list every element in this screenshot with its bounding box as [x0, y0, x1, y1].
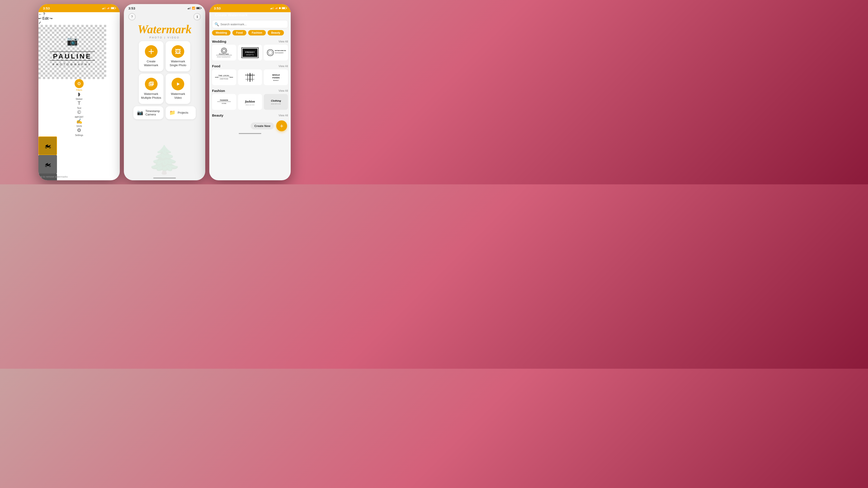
home-indicator-phone2	[124, 176, 205, 180]
status-icons-phone3: 📶	[270, 6, 286, 10]
toolbar-import[interactable]: © IMPORT	[38, 109, 120, 119]
camera-logo-icon: 📷	[48, 36, 97, 46]
beauty-section-header: Beauty View All	[209, 111, 291, 119]
sticker-label: Sticker	[76, 98, 83, 100]
watermark-video-card[interactable]: WatermarkVideo	[166, 74, 190, 104]
toolbar-settings[interactable]: ⚙ Settings	[38, 127, 120, 136]
food-section-header: Food View All	[209, 62, 291, 69]
help-circle-btn[interactable]: ?	[128, 13, 135, 20]
food-logo-grid: THE LOCAL CRAFTFOOD FOOD BLOG PHOTOGRAPH…	[209, 69, 291, 87]
clothing-logo: Clothing MADE WITH LOVE	[266, 96, 286, 108]
create-watermark-label: CreateWatermark	[144, 60, 158, 67]
watermark-multiple-label: WatermarkMultiple Photos	[141, 92, 161, 100]
editor-header-center: ↩ Edit ↪	[38, 16, 120, 21]
checkmark-icon[interactable]: ✓	[38, 21, 41, 25]
filter-food[interactable]: Food	[232, 30, 246, 35]
wifi-icon-3: 📶	[275, 6, 278, 10]
filter-fashion[interactable]: Fashion	[248, 30, 266, 35]
editor-canvas: 📷 PAULINE PHOTOGRAPHY Tap to remove wate…	[38, 25, 120, 79]
search-icon: 🔍	[215, 22, 219, 26]
fashion-logo-1[interactable]: FASHION STORE	[212, 94, 236, 110]
phone-home: 3:53 📶 ? ℹ 🌲 Watermark PHOTO | VIDEO	[124, 4, 205, 180]
hero-area: 🌲 Watermark PHOTO | VIDEO CreateWatermar…	[124, 21, 205, 176]
filter-wedding[interactable]: Wedding	[212, 30, 230, 35]
toolbar-text[interactable]: T Text	[38, 100, 120, 109]
search-bar[interactable]: 🔍	[212, 20, 288, 28]
watermark-multiple-icon	[145, 78, 158, 90]
search-input[interactable]	[220, 23, 285, 26]
projects-card[interactable]: 📁 Projects	[166, 106, 196, 119]
svg-point-9	[221, 48, 227, 53]
status-time-phone2: 3:53	[128, 6, 135, 10]
back-icon[interactable]: ←	[38, 12, 42, 16]
filmstrip-thumb-2[interactable]: 🏍	[38, 155, 57, 173]
dot-indicator	[279, 7, 281, 9]
beauty-view-all[interactable]: View All	[278, 114, 288, 117]
status-bar-phone3: 3:53 📶	[209, 4, 291, 12]
text-icon: T	[78, 100, 81, 106]
create-new-label[interactable]: Create New	[251, 123, 274, 129]
app-subtitle: PHOTO | VIDEO	[149, 36, 180, 39]
wifi-icon-2: 📶	[192, 6, 195, 10]
toolbar-sign[interactable]: ✍ SIGN	[38, 119, 120, 127]
home-bar-phone3	[239, 133, 261, 134]
wedding-view-all[interactable]: View All	[278, 40, 288, 43]
svg-text:fashion: fashion	[245, 100, 255, 103]
wedding-logo-1[interactable]: PAULINE PHOTOGRAPHY	[212, 45, 236, 61]
filters-label: Filters	[76, 89, 82, 91]
back-btn[interactable]: ←	[209, 12, 214, 17]
food-view-all[interactable]: View All	[278, 65, 288, 68]
photo-filmstrip: 🏍 🏍 🏍 🏍	[38, 136, 120, 180]
svg-text:PHOTOGRAPHY: PHOTOGRAPHY	[275, 52, 284, 54]
toolbar-filters[interactable]: ⚙ Filters	[38, 79, 120, 91]
help-icon[interactable]: ?	[43, 12, 45, 16]
signal-icon	[102, 7, 105, 9]
svg-point-18	[267, 50, 274, 56]
filmstrip-thumb-1[interactable]: 🏍	[38, 136, 57, 155]
import-label: IMPORT	[75, 116, 84, 119]
svg-text:MADE WITH LOVE: MADE WITH LOVE	[271, 103, 281, 105]
wholefoods-logo: WHOLE FOODS MARKET	[266, 71, 286, 84]
food-logo-2[interactable]: FOOD BLOG PHOTOGRAPHY	[238, 69, 262, 85]
undo-icon[interactable]: ↩	[38, 17, 41, 20]
freddy-logo: FREDDY KRAFTS	[240, 46, 260, 59]
svg-text:THE LOCAL: THE LOCAL	[219, 75, 230, 76]
projects-icon: 📁	[169, 110, 176, 116]
settings-label: Settings	[75, 134, 83, 136]
create-new-fab[interactable]: +	[276, 121, 287, 131]
beauty-section-title: Beauty	[212, 113, 223, 117]
phones-container: 3:53 📶 ← ? ↩ Edit ↪ ✓	[38, 4, 291, 180]
watermark-single-label: WatermarkSingle Photo	[170, 60, 186, 67]
watermark-multiple-card[interactable]: WatermarkMultiple Photos	[139, 74, 163, 104]
wedding-logo-2[interactable]: FREDDY KRAFTS	[238, 45, 262, 61]
canvas-checkerboard: 📷 PAULINE PHOTOGRAPHY	[38, 25, 106, 79]
battery-icon-2	[196, 7, 201, 9]
create-watermark-card[interactable]: CreateWatermark	[139, 41, 163, 71]
watermark-single-card[interactable]: 🖼 WatermarkSingle Photo	[166, 41, 190, 71]
toolbar-sticker[interactable]: ◗ Sticker	[38, 91, 120, 100]
wedding-logo-3[interactable]: MATTEW HAMILTON PHOTOGRAPHY	[264, 45, 288, 61]
fashion-logo-3[interactable]: Clothing MADE WITH LOVE	[264, 94, 288, 110]
svg-text:MATTEW HAMILTON: MATTEW HAMILTON	[275, 50, 286, 51]
mattew-logo: MATTEW HAMILTON PHOTOGRAPHY	[266, 46, 286, 59]
food-logo-3[interactable]: WHOLE FOODS MARKET	[264, 69, 288, 85]
timestamp-camera-card[interactable]: 📷 TimestampCamera	[133, 106, 163, 119]
redo-icon[interactable]: ↪	[50, 17, 53, 20]
svg-text:FREDDY: FREDDY	[245, 51, 255, 53]
timestamp-label: TimestampCamera	[145, 109, 160, 116]
fashion-view-all[interactable]: View All	[278, 89, 288, 92]
fashion-logo-2[interactable]: fashion always your store	[238, 94, 262, 110]
svg-marker-8	[177, 83, 180, 86]
fashion-script-logo: fashion always your store	[240, 96, 260, 108]
svg-text:Clothing: Clothing	[271, 99, 281, 102]
battery-icon-3	[282, 7, 286, 9]
filter-pills: Wedding Food Fashion Beauty	[209, 30, 291, 38]
create-watermark-header: ← Create Watermark	[209, 12, 291, 18]
page-title: Create Watermark	[215, 13, 248, 17]
food-logo-1[interactable]: THE LOCAL CRAFTFOOD	[212, 69, 236, 85]
fashion-section-header: Fashion View All	[209, 87, 291, 94]
svg-point-10	[222, 49, 225, 52]
watermark-video-label: WatermarkVideo	[171, 92, 185, 100]
filter-beauty[interactable]: Beauty	[268, 30, 284, 35]
info-circle-btn[interactable]: ℹ	[193, 13, 201, 20]
